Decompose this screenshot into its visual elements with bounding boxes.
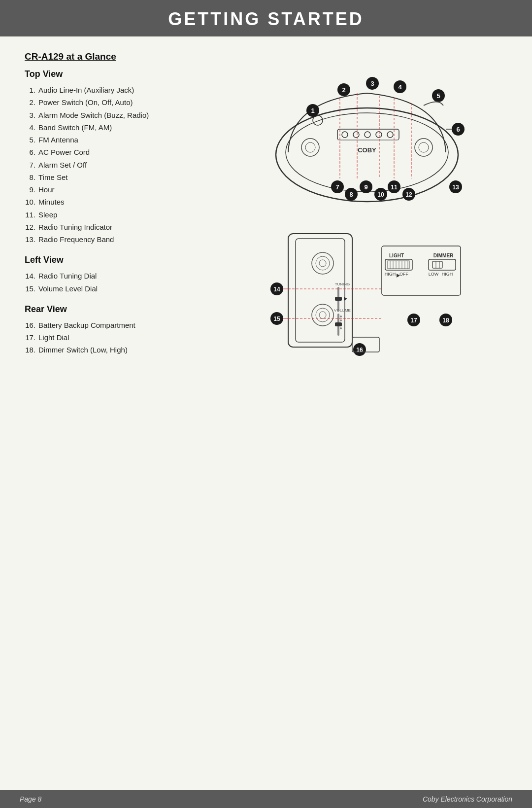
svg-text:COBY: COBY — [358, 146, 376, 154]
svg-text:OFF: OFF — [399, 272, 408, 277]
list-item: 10.Minutes — [25, 196, 212, 208]
svg-marker-58 — [344, 297, 347, 301]
list-item: 16.Battery Backup Compartment — [25, 319, 212, 331]
side-rear-view-diagram: TUNING VOLUME LIGHT — [261, 224, 473, 362]
svg-text:13: 13 — [452, 184, 459, 191]
list-item: 15.Volume Level Dial — [25, 283, 212, 294]
list-item: 11.Sleep — [25, 209, 212, 220]
svg-text:7: 7 — [335, 183, 339, 191]
svg-text:10: 10 — [377, 191, 384, 198]
svg-text:TUNING: TUNING — [335, 282, 350, 286]
page-header: GETTING STARTED — [0, 0, 532, 36]
page-number: Page 8 — [20, 795, 41, 803]
top-view-diagram: COBY 1 — [261, 56, 473, 209]
svg-point-49 — [312, 252, 333, 274]
company-name: Coby Electronics Corporation — [423, 795, 512, 803]
list-item: 12.Radio Tuning Indicator — [25, 221, 212, 233]
left-column: CR-A129 at a Glance Top View 1.Audio Lin… — [25, 51, 212, 366]
list-item: 5.FM Antenna — [25, 134, 212, 145]
svg-text:LIGHT: LIGHT — [389, 253, 404, 258]
svg-rect-2 — [337, 129, 399, 140]
section-title: CR-A129 at a Glance — [25, 51, 212, 62]
svg-point-52 — [312, 304, 333, 326]
top-view-list: 1.Audio Line-In (Auxiliary Jack) 2.Power… — [25, 84, 212, 245]
svg-text:6: 6 — [456, 126, 460, 133]
list-item: 8.Time Set — [25, 172, 212, 183]
svg-text:LOW: LOW — [429, 272, 439, 277]
svg-text:9: 9 — [364, 183, 367, 191]
svg-text:18: 18 — [442, 317, 449, 324]
page-title: GETTING STARTED — [0, 9, 532, 30]
svg-text:HIGH: HIGH — [385, 272, 396, 277]
svg-rect-82 — [432, 261, 442, 268]
left-view-section: Left View 14.Radio Tuning Dial 15.Volume… — [25, 255, 212, 294]
svg-point-61 — [340, 316, 342, 317]
svg-point-4 — [353, 132, 359, 138]
list-item: 3.Alarm Mode Switch (Buzz, Radio) — [25, 109, 212, 121]
list-item: 6.AC Power Cord — [25, 146, 212, 158]
list-item: 13.Radio Frequency Band — [25, 234, 212, 245]
svg-text:16: 16 — [356, 347, 363, 353]
svg-text:8: 8 — [349, 191, 353, 198]
top-view-svg: COBY 1 — [261, 56, 473, 209]
svg-point-54 — [319, 312, 326, 318]
svg-point-5 — [365, 132, 370, 138]
rear-view-list: 16.Battery Backup Compartment 17.Light D… — [25, 319, 212, 356]
svg-text:3: 3 — [370, 80, 374, 87]
svg-point-62 — [340, 319, 342, 321]
svg-point-13 — [313, 115, 323, 125]
svg-text:2: 2 — [342, 86, 345, 94]
page-content: CR-A129 at a Glance Top View 1.Audio Lin… — [0, 36, 532, 376]
svg-rect-57 — [335, 297, 342, 301]
svg-text:5: 5 — [436, 92, 440, 100]
top-view-title: Top View — [25, 69, 212, 79]
svg-text:15: 15 — [273, 316, 280, 322]
svg-point-64 — [340, 327, 342, 329]
top-view-section: Top View 1.Audio Line-In (Auxiliary Jack… — [25, 69, 212, 245]
svg-text:1: 1 — [311, 107, 314, 114]
side-rear-svg: TUNING VOLUME LIGHT — [261, 224, 473, 362]
list-item: 2.Power Switch (On, Off, Auto) — [25, 97, 212, 108]
svg-point-7 — [387, 132, 393, 138]
right-column: COBY 1 — [222, 51, 512, 366]
svg-rect-65 — [335, 322, 342, 326]
svg-rect-69 — [388, 261, 409, 269]
svg-text:12: 12 — [405, 191, 412, 198]
svg-point-53 — [316, 308, 330, 322]
svg-rect-47 — [288, 234, 352, 347]
rear-view-title: Rear View — [25, 304, 212, 315]
list-item: 7.Alarm Set / Off — [25, 159, 212, 171]
svg-point-11 — [415, 139, 432, 156]
list-item: 18.Dimmer Switch (Low, High) — [25, 344, 212, 355]
svg-text:11: 11 — [391, 184, 398, 191]
rear-view-section: Rear View 16.Battery Backup Compartment … — [25, 304, 212, 356]
list-item: 17.Light Dial — [25, 332, 212, 343]
left-view-list: 14.Radio Tuning Dial 15.Volume Level Dia… — [25, 270, 212, 294]
svg-point-51 — [319, 260, 326, 267]
svg-text:17: 17 — [410, 317, 417, 324]
svg-point-3 — [342, 132, 348, 138]
svg-text:14: 14 — [273, 286, 280, 293]
list-item: 9.Hour — [25, 184, 212, 195]
svg-point-9 — [301, 139, 319, 156]
svg-text:4: 4 — [398, 83, 402, 91]
svg-point-6 — [376, 132, 382, 138]
left-view-title: Left View — [25, 255, 212, 265]
svg-point-10 — [305, 142, 315, 152]
svg-point-50 — [316, 256, 330, 270]
page-footer: Page 8 Coby Electronics Corporation — [0, 790, 532, 808]
list-item: 1.Audio Line-In (Auxiliary Jack) — [25, 84, 212, 96]
svg-text:HIGH: HIGH — [442, 272, 453, 277]
list-item: 4.Band Switch (FM, AM) — [25, 122, 212, 133]
svg-text:DIMMER: DIMMER — [433, 253, 454, 258]
list-item: 14.Radio Tuning Dial — [25, 270, 212, 281]
svg-point-12 — [419, 142, 429, 152]
svg-text:VOLUME: VOLUME — [334, 308, 351, 313]
